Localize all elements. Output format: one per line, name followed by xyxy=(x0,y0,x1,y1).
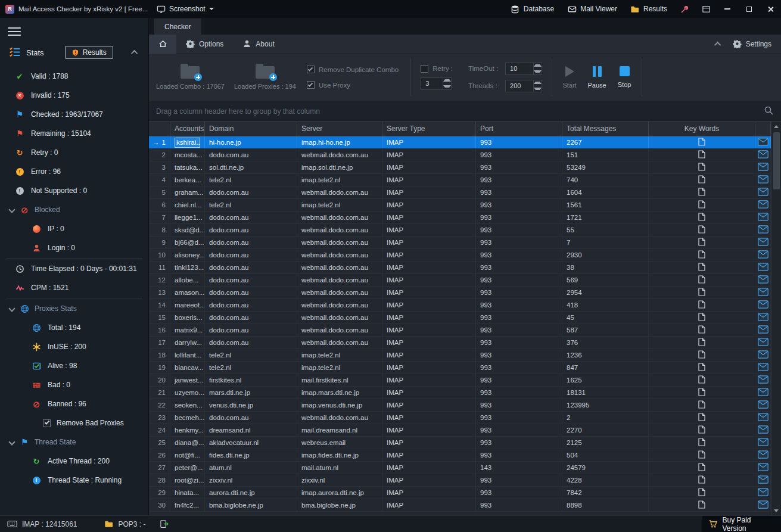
cell-server[interactable]: webreus.email xyxy=(297,437,382,449)
cell-domain[interactable]: dodo.com.au xyxy=(205,412,297,424)
cell-total-messages[interactable]: 151 xyxy=(562,149,649,161)
table-row[interactable]: 7llegge1...dodo.com.auwebmail.dodo.com.a… xyxy=(149,211,771,224)
start-button[interactable]: Start xyxy=(556,66,583,89)
cell-port[interactable]: 993 xyxy=(476,499,562,511)
cell-open-mail[interactable] xyxy=(755,349,771,361)
cell-open-mail[interactable] xyxy=(755,211,771,223)
cell-domain[interactable]: venus.dti.ne.jp xyxy=(205,399,297,411)
cell-domain[interactable]: dodo.com.au xyxy=(205,149,297,161)
cell-key-words[interactable] xyxy=(649,249,755,261)
cell-key-words[interactable] xyxy=(649,362,755,374)
cell-key-words[interactable] xyxy=(649,149,755,161)
open-mail-icon[interactable] xyxy=(758,338,768,347)
cell-total-messages[interactable]: 7 xyxy=(562,237,649,248)
cell-port[interactable]: 993 xyxy=(476,412,562,424)
open-mail-icon[interactable] xyxy=(758,225,768,235)
document-icon[interactable] xyxy=(698,413,705,422)
cell-total-messages[interactable]: 24579 xyxy=(562,462,649,474)
cell-domain[interactable]: akladvocatuur.nl xyxy=(205,437,297,449)
column-header-accounts[interactable]: Accounts xyxy=(170,122,205,136)
cell-key-words[interactable] xyxy=(649,349,755,361)
remove-duplicate-checkbox[interactable]: Remove Duplicate Combo xyxy=(307,66,399,73)
cell-port[interactable]: 993 xyxy=(476,299,562,311)
table-row[interactable]: 30fn4fc2...bma.biglobe.ne.jpbma.biglobe.… xyxy=(149,499,771,512)
open-mail-icon[interactable] xyxy=(758,313,768,322)
cell-domain[interactable]: dodo.com.au xyxy=(205,287,297,298)
cell-total-messages[interactable]: 2930 xyxy=(562,249,649,261)
cell-account[interactable]: biancav... xyxy=(170,362,205,374)
scrollbar-thumb[interactable] xyxy=(773,132,780,189)
cell-account[interactable]: peter@... xyxy=(170,462,205,474)
cell-open-mail[interactable] xyxy=(755,136,771,148)
cell-server[interactable]: webmail.dodo.com.au xyxy=(297,324,382,336)
cell-total-messages[interactable]: 740 xyxy=(562,174,649,186)
cell-open-mail[interactable] xyxy=(755,337,771,349)
cell-server[interactable]: webmail.dodo.com.au xyxy=(297,412,382,424)
cell-account[interactable]: lollifant... xyxy=(170,349,205,361)
focused-cell[interactable]: kshirai... xyxy=(175,138,200,148)
cell-domain[interactable]: dodo.com.au xyxy=(205,337,297,349)
open-mail-icon[interactable] xyxy=(758,150,768,160)
cell-port[interactable]: 993 xyxy=(476,349,562,361)
cell-total-messages[interactable]: 1604 xyxy=(562,186,649,198)
cell-port[interactable]: 993 xyxy=(476,374,562,386)
cell-port[interactable]: 993 xyxy=(476,161,562,173)
cell-port[interactable]: 993 xyxy=(476,174,562,186)
cell-total-messages[interactable]: 2 xyxy=(562,412,649,424)
cell-domain[interactable]: dodo.com.au xyxy=(205,262,297,273)
open-mail-icon[interactable] xyxy=(758,363,768,372)
cell-domain[interactable]: dodo.com.au xyxy=(205,312,297,323)
cell-total-messages[interactable]: 4228 xyxy=(562,474,649,486)
document-icon[interactable] xyxy=(698,188,705,197)
cell-account[interactable]: boxeris... xyxy=(170,312,205,323)
cell-open-mail[interactable] xyxy=(755,437,771,449)
open-mail-icon[interactable] xyxy=(758,275,768,285)
cell-server-type[interactable]: IMAP xyxy=(382,249,476,261)
cell-server-type[interactable]: IMAP xyxy=(382,186,476,198)
open-mail-icon[interactable] xyxy=(758,325,768,335)
cell-port[interactable]: 993 xyxy=(476,437,562,449)
cell-server[interactable]: webmail.dodo.com.au xyxy=(297,237,382,248)
cell-server-type[interactable]: IMAP xyxy=(382,337,476,349)
cell-port[interactable]: 993 xyxy=(476,136,562,148)
cell-port[interactable]: 993 xyxy=(476,362,562,374)
cell-open-mail[interactable] xyxy=(755,399,771,411)
cell-server[interactable]: zixxiv.nl xyxy=(297,474,382,486)
table-row[interactable]: 2mcosta...dodo.com.auwebmail.dodo.com.au… xyxy=(149,149,771,161)
cell-key-words[interactable] xyxy=(649,287,755,298)
cell-domain[interactable]: firstkites.nl xyxy=(205,374,297,386)
stepper-down-icon[interactable] xyxy=(534,69,542,74)
cell-port[interactable]: 993 xyxy=(476,337,562,349)
cell-key-words[interactable] xyxy=(649,199,755,211)
cell-open-mail[interactable] xyxy=(755,174,771,186)
cell-server-type[interactable]: IMAP xyxy=(382,136,476,148)
document-icon[interactable] xyxy=(698,475,705,485)
cell-total-messages[interactable]: 2267 xyxy=(562,136,649,148)
document-icon[interactable] xyxy=(698,163,705,172)
cell-server-type[interactable]: IMAP xyxy=(382,211,476,223)
cell-port[interactable]: 993 xyxy=(476,249,562,261)
open-mail-icon[interactable] xyxy=(758,350,768,360)
document-icon[interactable] xyxy=(698,363,705,372)
cell-open-mail[interactable] xyxy=(755,312,771,323)
cell-domain[interactable]: tele2.nl xyxy=(205,174,297,186)
cell-open-mail[interactable] xyxy=(755,462,771,474)
expander-chevron-icon[interactable] xyxy=(8,438,15,445)
cell-port[interactable]: 993 xyxy=(476,237,562,248)
table-row[interactable]: 4berkea...tele2.nlimap.tele2.nlIMAP99374… xyxy=(149,174,771,186)
cell-open-mail[interactable] xyxy=(755,249,771,261)
cell-server[interactable]: imap.tele2.nl xyxy=(297,349,382,361)
cell-server-type[interactable]: IMAP xyxy=(382,274,476,286)
search-icon[interactable] xyxy=(764,105,774,117)
pause-button[interactable]: Pause xyxy=(583,66,611,89)
column-header-domain[interactable]: Domain xyxy=(205,122,297,136)
open-mail-icon[interactable] xyxy=(758,450,768,460)
document-icon[interactable] xyxy=(698,500,705,510)
cell-account[interactable]: graham... xyxy=(170,186,205,198)
cell-total-messages[interactable]: 123995 xyxy=(562,399,649,411)
cell-total-messages[interactable]: 376 xyxy=(562,337,649,349)
column-header-key-words[interactable]: Key Words xyxy=(649,122,755,136)
cell-server[interactable]: webmail.dodo.com.au xyxy=(297,287,382,298)
document-icon[interactable] xyxy=(698,388,705,397)
cell-port[interactable]: 993 xyxy=(476,487,562,499)
